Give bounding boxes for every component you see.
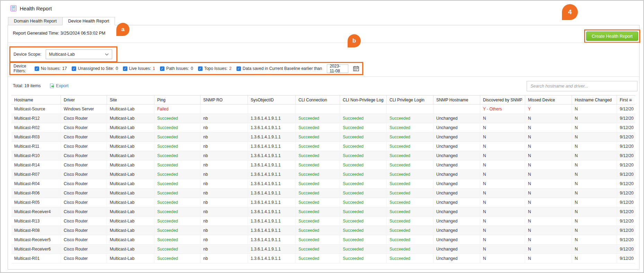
table-row[interactable]: Multicast-Receiver5Cisco RouterMulticast… [11,235,635,245]
table-cell: 1.3.6.1.4.1.9.1.1 [248,161,295,170]
checkbox-icon[interactable]: ✓ [160,66,164,71]
table-row[interactable]: Multicast-R10Cisco RouterMulticast-LabSu… [11,151,635,161]
table-cell: nb [200,123,248,132]
filter-item: ✓Unassigned to Site:0 [72,66,118,71]
table-cell: Succeeded [295,151,340,160]
callout-box-create-button: Create Health Report [584,29,640,43]
table-cell: 1.3.6.1.4.1.9.1.1 [248,151,295,160]
table-cell: Multicast-Lab [107,198,154,207]
table-cell: Cisco Router [61,217,107,226]
export-button[interactable]: Export [50,83,69,88]
tab-device-health-report[interactable]: Device Health Report [62,17,115,25]
table-row[interactable]: Multicast-R08Cisco RouterMulticast-LabSu… [11,226,635,235]
table-row[interactable]: Multicast-R11Cisco RouterMulticast-LabSu… [11,142,635,151]
table-cell: nb [200,170,248,179]
table-cell: N [480,179,525,188]
table-cell: Succeeded [154,170,200,179]
table-row[interactable]: Multicast-R05Cisco RouterMulticast-LabSu… [11,198,635,207]
table-cell: Succeeded [340,179,386,188]
checkbox-icon[interactable]: ✓ [198,66,203,71]
checkbox-icon[interactable]: ✓ [123,66,127,71]
create-health-report-button[interactable]: Create Health Report [586,31,638,41]
filter-label: Path Issues: [166,66,189,71]
table-cell: Succeeded [340,151,386,160]
table-cell: nb [200,179,248,188]
chevron-down-icon [105,53,109,56]
table-cell: Succeeded [386,133,433,142]
table-row[interactable]: Multicast-R14Cisco RouterMulticast-LabSu… [11,161,635,170]
table-cell: Succeeded [295,170,340,179]
table-cell: N [525,114,572,123]
table-row[interactable]: Multicast-R12Cisco RouterMulticast-LabSu… [11,114,635,123]
table-cell [295,104,340,113]
table-row[interactable]: Multicast-R03Cisco RouterMulticast-LabSu… [11,133,635,142]
table-cell: 9/12/20 [617,217,635,226]
table-cell: Y [525,104,572,113]
table-cell: N [525,142,572,151]
table-cell: Multicast-Lab [107,161,154,170]
table-cell: Cisco Router [61,245,107,254]
column-settings-icon[interactable]: ≡ [629,97,632,103]
table-cell: N [572,142,617,151]
table-cell: Unchanged [433,179,480,188]
export-icon [50,83,54,88]
table-cell: Succeeded [340,114,386,123]
column-header-snmp-ro: SNMP RO [200,95,248,104]
filter-item: ✓No Issues:17 [35,66,67,71]
table-cell: Succeeded [295,123,340,132]
table-row[interactable]: Multicast-R06Cisco RouterMulticast-LabSu… [11,189,635,198]
table-cell: N [525,198,572,207]
table-cell: nb [200,226,248,235]
table-cell: Succeeded [386,189,433,198]
filter-label: Data saved in Current Baseline earlier t… [243,66,322,71]
table-cell: N [525,217,572,226]
tab-domain-health-report[interactable]: Domain Health Report [8,17,62,25]
table-row[interactable]: Multicast-R04Cisco RouterMulticast-LabSu… [11,179,635,189]
table-row[interactable]: Multicast-R13Cisco RouterMulticast-LabSu… [11,217,635,226]
table-cell: Succeeded [340,133,386,142]
table-cell: Multicast-Lab [107,254,154,263]
table-cell: 1.3.6.1.4.1.9.1.1 [248,123,295,132]
app-header: Health Report [10,5,52,11]
table-row[interactable]: Multicast-R07Cisco RouterMulticast-LabSu… [11,170,635,179]
table-cell: Cisco Router [61,254,107,263]
table-cell: N [572,133,617,142]
table-cell: Multicast-Lab [107,207,154,216]
table-cell: 9/12/20 [617,179,635,188]
table-cell: Unchanged [433,133,480,142]
table-cell: Unchanged [433,226,480,235]
table-cell: 1.3.6.1.4.1.9.1.1 [248,133,295,142]
table-cell: Unchanged [433,235,480,244]
filter-label: Live Issues: [129,66,151,71]
device-scope-dropdown[interactable]: Multicast-Lab [46,49,112,59]
search-input[interactable] [527,81,637,91]
table-cell: Succeeded [386,114,433,123]
table-cell: 9/12/20 [617,189,635,198]
calendar-icon[interactable] [353,66,359,71]
table-row[interactable]: Multicast-R01Cisco RouterMulticast-LabSu… [11,254,635,263]
table-cell: Succeeded [154,133,200,142]
table-cell: Cisco Router [61,133,107,142]
table-cell: 1.3.6.1.4.1.9.1.1 [248,189,295,198]
table-cell: N [480,198,525,207]
table-row[interactable]: Multicast-Receiver4Cisco RouterMulticast… [11,207,635,217]
baseline-date-input[interactable]: 2023-11-08 [327,64,348,73]
table-cell: nb [200,207,248,216]
checkbox-icon[interactable]: ✓ [35,66,39,71]
table-row[interactable]: Multicast-Receiver6Cisco RouterMulticast… [11,245,635,254]
filter-item: ✓Live Issues:1 [123,66,155,71]
table-cell: Unchanged [433,245,480,254]
table-cell: Multicast-Lab [107,245,154,254]
table-cell: Multicast-R05 [11,198,61,207]
table-cell: nb [200,254,248,263]
table-row[interactable]: Multicast-SourceWindows ServerMulticast-… [11,104,635,114]
checkbox-icon[interactable]: ✓ [236,66,241,71]
table-cell: N [572,207,617,216]
checkbox-icon[interactable]: ✓ [72,66,76,71]
table-summary-row: Total: 19 items Export [13,83,69,88]
table-row[interactable]: Multicast-R02Cisco RouterMulticast-LabSu… [11,123,635,133]
table-cell: 9/12/20 [617,207,635,216]
table-cell: 9/12/20 [617,198,635,207]
table-cell: 9/12/20 [617,170,635,179]
table-cell: Y - Others [480,104,525,113]
